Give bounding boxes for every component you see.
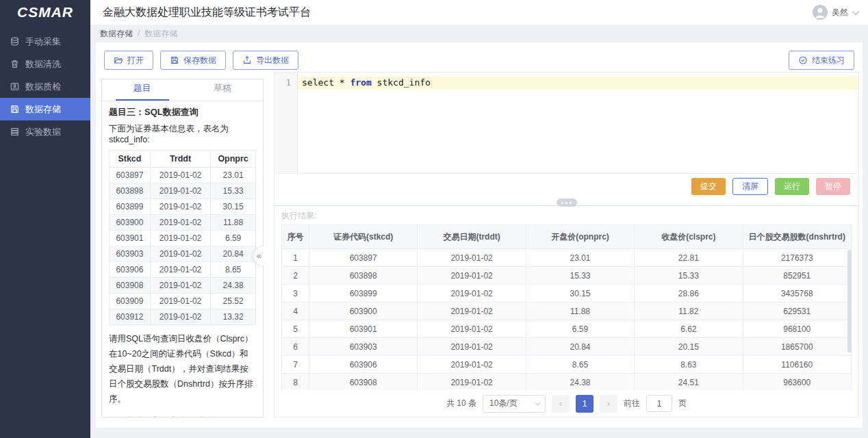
table-cell: 2019-01-02 — [418, 267, 526, 285]
sidebar-item-label: 数据质检 — [25, 81, 61, 93]
table-cell: 1865700 — [743, 338, 851, 356]
table-cell: 8.65 — [526, 356, 634, 374]
sidebar-item-manual-collect[interactable]: 手动采集 — [0, 30, 90, 53]
tab-question[interactable]: 题目 — [102, 79, 183, 101]
table-cell: 2019-01-02 — [150, 231, 210, 246]
table-cell: 4 — [282, 302, 309, 320]
app-logo: CSMAR — [0, 0, 90, 25]
column-header: 序号 — [282, 225, 309, 249]
page-number-button[interactable]: 1 — [576, 395, 593, 413]
table-cell: 6.62 — [635, 320, 743, 338]
run-button[interactable]: 运行 — [775, 178, 809, 195]
server-icon — [10, 127, 20, 137]
toolbar: 打开 保存数据 导出数据 结束练习 — [104, 51, 854, 70]
open-button[interactable]: 打开 — [104, 51, 153, 70]
main-card: 打开 保存数据 导出数据 结束练习 题目 草稿 题目三：SQL数据查询 下面为证… — [96, 42, 863, 428]
table-cell: 603906 — [309, 356, 418, 374]
trash-icon — [10, 59, 20, 69]
manual-collect-icon — [10, 36, 20, 47]
scrollbar[interactable] — [847, 250, 852, 352]
breadcrumb: 数据存储 / 数据存储 — [90, 25, 868, 42]
tab-draft[interactable]: 草稿 — [183, 79, 264, 101]
sidebar-item-data-clean[interactable]: 数据清洗 — [0, 53, 90, 75]
sidebar-item-label: 实验数据 — [25, 126, 61, 138]
table-cell: 8.65 — [211, 262, 256, 278]
table-cell: 603906 — [110, 262, 151, 278]
page-unit-label: 页 — [678, 398, 687, 409]
chevron-down-icon — [852, 8, 859, 15]
column-header: 收盘价(clsprc) — [635, 225, 743, 249]
table-cell: 13.32 — [211, 309, 256, 325]
table-row: 66039032019-01-0220.8420.151865700 — [282, 338, 852, 356]
clear-screen-button[interactable]: 清屏 — [732, 178, 768, 195]
sidebar-item-experiment-data[interactable]: 实验数据 — [0, 120, 90, 143]
code-area[interactable]: select * from stkcd_info — [298, 73, 858, 173]
sql-editor[interactable]: 1 select * from stkcd_info — [275, 73, 858, 174]
table-cell: 2019-01-02 — [418, 302, 526, 320]
table-cell: 2 — [282, 267, 309, 285]
page-size-select[interactable]: 10条/页 — [483, 395, 546, 413]
column-header: 证券代码(stkcd) — [309, 225, 418, 249]
table-cell: 603897 — [309, 249, 418, 267]
table-cell: 20.84 — [211, 246, 256, 262]
table-cell: 30.15 — [211, 199, 256, 215]
table-cell: 28.86 — [635, 285, 743, 302]
page-size-value: 10条/页 — [489, 398, 518, 409]
export-data-button[interactable]: 导出数据 — [233, 51, 298, 70]
table-row: 36038992019-01-0230.1528.863435768 — [282, 285, 852, 302]
table-cell: 15.33 — [211, 183, 256, 199]
table-cell: 603901 — [110, 231, 151, 246]
table-row: 6039012019-01-026.59 — [110, 231, 256, 246]
table-cell: 2019-01-02 — [418, 320, 526, 338]
editor-gutter: 1 — [275, 73, 298, 173]
table-cell: 603900 — [110, 215, 151, 231]
column-header: 交易日期(trddt) — [418, 225, 526, 249]
results-label: 执行结果: — [281, 210, 852, 222]
sidebar-item-data-storage[interactable]: 数据存储 — [0, 98, 90, 120]
table-cell: 603898 — [309, 267, 418, 285]
table-cell: 11.88 — [526, 302, 634, 320]
table-cell: 603908 — [110, 278, 151, 294]
table-row: 6039092019-01-0225.52 — [110, 294, 256, 309]
table-cell: 1 — [282, 249, 309, 267]
pause-button[interactable]: 暂停 — [816, 178, 850, 195]
prev-page-button[interactable]: ‹ — [552, 395, 570, 413]
sidebar-menu: 手动采集 数据清洗 数据质检 数据存储 实验数据 — [0, 25, 90, 143]
table-cell: 15.33 — [526, 267, 634, 285]
table-cell: 20.15 — [635, 338, 743, 356]
column-header: 开盘价(opnprc) — [526, 225, 634, 249]
table-cell: 2176373 — [743, 249, 851, 267]
submit-button[interactable]: 提交 — [691, 178, 726, 195]
save-data-button[interactable]: 保存数据 — [160, 51, 226, 70]
check-circle-icon — [798, 55, 808, 65]
goto-page-input[interactable] — [646, 395, 672, 412]
results-table-wrap: 序号 证券代码(stkcd) 交易日期(trddt) 开盘价(opnprc) 收… — [281, 224, 852, 390]
table-cell: 6.59 — [526, 320, 634, 338]
table-row: 86039082019-01-0224.3824.51963600 — [282, 374, 852, 391]
save-icon — [170, 55, 179, 65]
next-page-button[interactable]: › — [600, 395, 617, 413]
column-header: Trddt — [150, 151, 210, 168]
table-row: 6039122019-01-0213.32 — [110, 309, 256, 325]
user-menu[interactable]: 吴然 — [813, 5, 857, 20]
drag-handle[interactable] — [557, 198, 577, 207]
table-cell: 2019-01-02 — [150, 294, 210, 309]
question-note: 运行完成后点击“提交”，提交sql的答案。 — [109, 415, 256, 417]
sidebar-item-data-qc[interactable]: 数据质检 — [0, 75, 90, 98]
avatar — [813, 5, 828, 20]
table-cell: 2019-01-02 — [418, 374, 526, 391]
code-text: stkcd_info — [372, 77, 431, 88]
finish-practice-button[interactable]: 结束练习 — [789, 51, 854, 70]
question-intro: 下面为证券基本信息表，表名为stkcd_info: — [109, 123, 256, 144]
table-row: 6039062019-01-028.65 — [110, 262, 256, 278]
goto-label: 前往 — [624, 398, 640, 409]
table-cell: 11.88 — [211, 215, 256, 231]
table-row: 6039082019-01-0224.38 — [110, 278, 256, 294]
breadcrumb-parent[interactable]: 数据存储 — [100, 28, 133, 40]
line-number: 1 — [275, 76, 297, 90]
table-row: 46039002019-01-0211.8811.82629531 — [282, 302, 852, 320]
finish-practice-button-label: 结束练习 — [812, 55, 845, 66]
table-cell: 2019-01-02 — [150, 199, 210, 215]
table-row: 6039002019-01-0211.88 — [110, 215, 256, 231]
tab-draft-label: 草稿 — [196, 78, 249, 101]
